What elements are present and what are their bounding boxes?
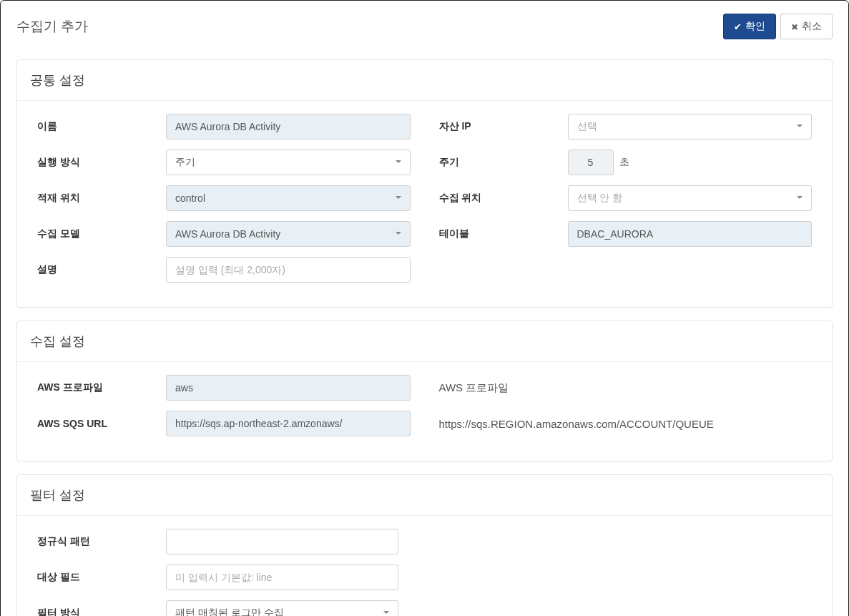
target-field-label: 대상 필드 — [37, 571, 166, 584]
chevron-down-icon — [382, 607, 391, 616]
cancel-button-label: 취소 — [802, 20, 822, 33]
load-location-select[interactable]: control — [166, 185, 411, 211]
filter-mode-label: 필터 방식 — [37, 607, 166, 616]
table-input[interactable] — [568, 221, 813, 247]
collect-model-select[interactable]: AWS Aurora DB Activity — [166, 221, 411, 247]
exec-mode-value: 주기 — [175, 156, 195, 169]
exec-mode-select[interactable]: 주기 — [166, 150, 411, 175]
collect-model-value: AWS Aurora DB Activity — [175, 228, 280, 240]
collector-add-modal: 수집기 추가 확인 취소 공통 설정 이름 — [0, 0, 849, 616]
period-input[interactable] — [568, 150, 614, 175]
aws-profile-input[interactable] — [166, 375, 411, 401]
chevron-down-icon — [394, 192, 403, 204]
collect-model-row: 수집 모델 AWS Aurora DB Activity — [37, 221, 411, 247]
aws-profile-hint: AWS 프로파일 — [439, 381, 509, 395]
collection-settings-panel: 수집 설정 AWS 프로파일 AWS 프로파일 AWS SQS URL — [16, 321, 833, 461]
check-icon — [734, 21, 742, 32]
exec-mode-row: 실행 방식 주기 — [37, 150, 411, 175]
collection-settings-heading: 수집 설정 — [17, 321, 832, 362]
collect-location-label: 수집 위치 — [439, 192, 568, 205]
target-field-input[interactable] — [166, 564, 398, 590]
confirm-button[interactable]: 확인 — [723, 14, 776, 39]
asset-ip-select[interactable]: 선택 — [568, 114, 813, 140]
load-location-row: 적재 위치 control — [37, 185, 411, 211]
filter-settings-heading: 필터 설정 — [17, 475, 832, 516]
aws-sqs-hint: https://sqs.REGION.amazonaws.com/ACCOUNT… — [439, 418, 714, 430]
filter-mode-select[interactable]: 패턴 매칭된 로그만 수집 — [166, 600, 398, 616]
confirm-button-label: 확인 — [745, 20, 765, 33]
aws-sqs-hint-row: https://sqs.REGION.amazonaws.com/ACCOUNT… — [439, 411, 813, 436]
chevron-down-icon — [394, 157, 403, 168]
aws-profile-row: AWS 프로파일 — [37, 375, 411, 401]
load-location-value: control — [175, 192, 205, 204]
close-icon — [791, 21, 798, 32]
modal-actions: 확인 취소 — [723, 14, 833, 39]
aws-profile-hint-row: AWS 프로파일 — [439, 375, 813, 401]
name-input[interactable] — [166, 114, 411, 140]
period-row: 주기 초 — [439, 150, 813, 175]
chevron-down-icon — [795, 192, 804, 204]
period-unit: 초 — [619, 156, 629, 169]
collect-location-select[interactable]: 선택 안 함 — [568, 185, 813, 211]
exec-mode-label: 실행 방식 — [37, 156, 166, 169]
load-location-label: 적재 위치 — [37, 192, 166, 205]
common-settings-heading: 공통 설정 — [17, 60, 832, 101]
filter-mode-value: 패턴 매칭된 로그만 수집 — [175, 607, 284, 616]
name-row: 이름 — [37, 114, 411, 140]
aws-sqs-input[interactable] — [166, 411, 411, 436]
period-label: 주기 — [439, 156, 568, 169]
modal-title: 수집기 추가 — [16, 17, 88, 36]
cancel-button[interactable]: 취소 — [780, 14, 833, 39]
filter-mode-row: 필터 방식 패턴 매칭된 로그만 수집 — [37, 600, 425, 616]
target-field-row: 대상 필드 — [37, 564, 425, 590]
aws-sqs-label: AWS SQS URL — [37, 418, 166, 429]
asset-ip-value: 선택 — [577, 120, 597, 133]
regex-label: 정규식 패턴 — [37, 535, 166, 548]
modal-header: 수집기 추가 확인 취소 — [1, 1, 848, 52]
aws-profile-label: AWS 프로파일 — [37, 381, 166, 394]
regex-input[interactable] — [166, 529, 398, 554]
collect-model-label: 수집 모델 — [37, 228, 166, 240]
table-row: 테이블 — [439, 221, 813, 247]
collect-location-value: 선택 안 함 — [577, 192, 623, 205]
collect-location-row: 수집 위치 선택 안 함 — [439, 185, 813, 211]
aws-sqs-row: AWS SQS URL — [37, 411, 411, 436]
chevron-down-icon — [394, 228, 403, 240]
filter-settings-panel: 필터 설정 정규식 패턴 대상 필드 필터 방식 패턴 매칭된 로그만 수집 — [16, 474, 833, 616]
description-input[interactable] — [166, 257, 411, 283]
table-label: 테이블 — [439, 228, 568, 240]
asset-ip-label: 자산 IP — [439, 120, 568, 133]
asset-ip-row: 자산 IP 선택 — [439, 114, 813, 140]
common-settings-panel: 공통 설정 이름 자산 IP 선택 — [16, 59, 833, 308]
description-label: 설명 — [37, 263, 166, 276]
description-row: 설명 — [37, 257, 411, 283]
name-label: 이름 — [37, 120, 166, 133]
regex-row: 정규식 패턴 — [37, 529, 425, 554]
chevron-down-icon — [795, 121, 804, 132]
